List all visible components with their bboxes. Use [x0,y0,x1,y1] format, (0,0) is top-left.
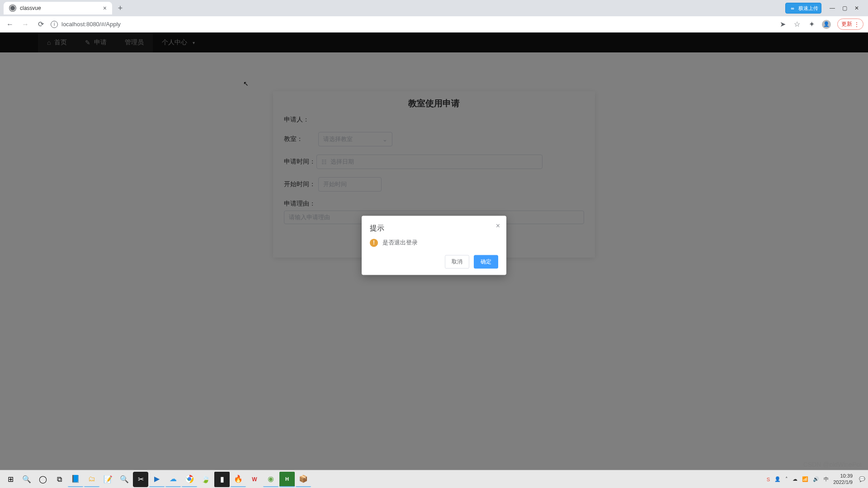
tray-icon-3[interactable]: ☁ [793,476,797,482]
update-label: 更新 [841,20,852,28]
page-content: ⌂ 首页 ✎ 申请 管理员 个人中心 ▾ 教室使用申请 申请人： 教室： 请选择… [0,33,868,470]
notifications-icon[interactable]: 💬 [859,476,865,482]
tab-title: classvue [20,5,41,11]
extension-button[interactable]: ∞ 极速上传 [785,3,821,14]
taskbar-left: ⊞ 🔍 ◯ ⧉ 📘 🗂 📝 🔍 ✂ ▶ ☁ 🍃 ▮ 🔥 W ◉ H 📦 [3,472,311,487]
dialog-message: 是否退出登录 [382,239,418,247]
window-controls: — ▢ ✕ [824,5,864,11]
clock-time: 10:39 [833,473,853,479]
app-icon-8[interactable]: 🔥 [231,472,246,487]
url-text: localhost:8080/#/Apply [61,21,121,28]
close-window-button[interactable]: ✕ [854,5,859,11]
confirm-button[interactable]: 确定 [474,255,498,268]
clock-date: 2022/1/9 [833,479,853,485]
terminal-icon[interactable]: ▮ [214,472,230,487]
start-button[interactable]: ⊞ [3,472,18,487]
dialog-body: ! 是否退出登录 [370,239,498,247]
app-icon-4[interactable]: ✂ [133,472,148,487]
browser-chrome: classvue × + ∞ 极速上传 — ▢ ✕ ← → ⟳ i localh… [0,0,868,33]
app-icon-3[interactable]: 🔍 [117,472,132,487]
tray-chevron-icon[interactable]: ˄ [785,476,788,482]
browser-tab[interactable]: classvue × [4,2,112,14]
url-field[interactable]: i localhost:8080/#/Apply [51,21,774,28]
tray-icon-1[interactable]: S [767,477,770,482]
toolbar-right: ➤ ☆ ✦ 👤 更新 ⋮ [778,19,863,30]
confirm-dialog: 提示 × ! 是否退出登录 取消 确定 [362,216,506,275]
app-icon-5[interactable]: ▶ [149,472,165,487]
site-info-icon[interactable]: i [51,21,58,28]
reload-button[interactable]: ⟳ [35,20,46,28]
new-tab-button[interactable]: + [114,4,127,13]
system-clock[interactable]: 10:39 2022/1/9 [833,473,854,485]
globe-icon [9,5,16,12]
search-icon[interactable]: 🔍 [19,472,34,487]
extensions-icon[interactable]: ✦ [807,20,816,28]
chrome-icon[interactable] [182,472,197,487]
kebab-icon: ⋮ [854,21,859,28]
app-icon-1[interactable]: 📘 [68,472,83,487]
ime-icon[interactable]: 中 [824,476,829,483]
cortana-icon[interactable]: ◯ [35,472,51,487]
taskbar-right: S 👤 ˄ ☁ 📶 🔊 中 10:39 2022/1/9 💬 [767,473,865,485]
close-icon[interactable]: × [496,222,500,230]
update-button[interactable]: 更新 ⋮ [837,19,863,30]
cancel-button[interactable]: 取消 [445,255,469,268]
wps-icon[interactable]: W [247,472,262,487]
app-icon-7[interactable]: 🍃 [198,472,213,487]
file-explorer-icon[interactable]: 🗂 [84,472,99,487]
tray-icon-2[interactable]: 👤 [774,476,781,482]
extension-label: 极速上传 [798,5,818,12]
app-icon-2[interactable]: 📝 [100,472,116,487]
volume-icon[interactable]: 🔊 [813,476,819,482]
profile-avatar-icon[interactable]: 👤 [822,20,831,29]
app-icon-11[interactable]: 📦 [296,472,311,487]
app-icon-10[interactable]: H [279,472,295,487]
minimize-button[interactable]: — [830,5,835,11]
send-icon[interactable]: ➤ [778,20,787,28]
dialog-title: 提示 [370,224,498,233]
windows-taskbar: ⊞ 🔍 ◯ ⧉ 📘 🗂 📝 🔍 ✂ ▶ ☁ 🍃 ▮ 🔥 W ◉ H 📦 S 👤 … [0,470,868,488]
tab-bar: classvue × + ∞ 极速上传 — ▢ ✕ [0,0,868,16]
watermark-text: CSDN @oldWinePot [803,461,862,468]
back-button[interactable]: ← [5,20,15,28]
app-icon-6[interactable]: ☁ [165,472,181,487]
wifi-icon[interactable]: 📶 [802,476,808,482]
bookmark-icon[interactable]: ☆ [793,20,801,28]
address-bar: ← → ⟳ i localhost:8080/#/Apply ➤ ☆ ✦ 👤 更… [0,16,868,33]
forward-button[interactable]: → [20,20,31,28]
cloud-icon: ∞ [788,4,797,12]
warning-icon: ! [370,239,378,247]
maximize-button[interactable]: ▢ [842,5,847,11]
dialog-footer: 取消 确定 [370,255,498,268]
close-tab-icon[interactable]: × [103,5,107,12]
app-icon-9[interactable]: ◉ [263,472,278,487]
task-view-icon[interactable]: ⧉ [52,472,67,487]
extension-badge: ∞ 极速上传 — ▢ ✕ [785,3,864,14]
